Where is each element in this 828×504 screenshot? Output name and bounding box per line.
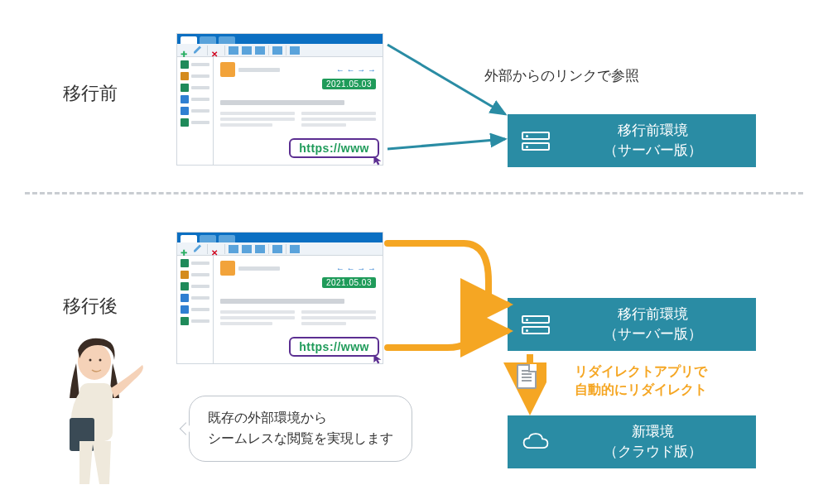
plus-icon [181,46,190,55]
app-mock-before: ← ← → → 2021.05.03 https://www [176,33,383,166]
avatar-icon [220,261,235,276]
external-link-note: 外部からのリンクで参照 [484,66,639,85]
date-badge: 2021.05.03 [322,277,376,288]
toolbar-icon [272,46,282,55]
edit-icon [194,244,204,254]
document-icon [517,364,537,389]
arrows-before [381,33,522,174]
env-subtitle: （クラウド版） [604,444,702,459]
toolbar-icon [290,46,300,55]
env-subtitle: （サーバー版） [604,326,702,342]
app-mock-after: ← ← → → 2021.05.03 https://www [176,232,383,364]
list-item [181,271,209,279]
list-item [181,294,209,302]
content-pane: ← ← → → 2021.05.03 https://www [214,256,383,363]
toolbar-icon [272,245,282,253]
toolbar-icon [255,245,265,253]
list-item [181,84,209,92]
env-title: 移行前環境 [618,306,688,322]
server-icon [521,127,551,154]
speech-bubble: 既存の外部環境から シームレスな閲覧を実現します [189,396,412,462]
server-icon [521,311,551,338]
env-title: 移行前環境 [618,122,688,138]
plus-icon [181,244,190,254]
toolbar-icon [229,245,238,253]
list-item [181,259,209,267]
date-badge: 2021.05.03 [322,79,376,89]
toolbar-icon [255,46,265,55]
list-item [181,317,209,325]
list-item [181,282,209,290]
diagram-canvas: 移行前 移行後 [0,0,828,504]
window-tabs [177,34,383,44]
nav-arrows-icon: ← ← → → [336,264,376,273]
toolbar-icon [229,46,238,55]
list-item [181,72,209,80]
redirect-note: リダイレクトアプリで自動的にリダイレクト [575,362,707,398]
env-box-before-server: 移行前環境（サーバー版） [508,114,756,167]
env-subtitle: （サーバー版） [604,142,702,158]
list-item [181,305,209,314]
svg-line-1 [388,139,505,149]
url-box: https://www [289,337,379,357]
list-item [181,95,209,103]
env-box-after-server: 移行前環境（サーバー版） [508,298,756,351]
list-item [181,107,209,115]
section-divider [25,192,803,194]
edit-icon [194,46,204,55]
sidebar [177,57,214,165]
url-box: https://www [289,138,379,158]
toolbar-icon [242,46,252,55]
svg-point-5 [89,359,92,362]
toolbar-icon [242,245,252,253]
list-item [181,118,209,127]
svg-point-6 [99,359,102,362]
app-toolbar [177,242,383,256]
cloud-icon [521,429,551,455]
avatar-icon [220,62,235,77]
app-toolbar [177,44,383,57]
section-label-before: 移行前 [63,81,118,106]
env-box-after-cloud: 新環境（クラウド版） [508,415,756,468]
content-pane: ← ← → → 2021.05.03 https://www [214,57,383,165]
toolbar-icon [290,245,300,253]
cursor-icon [373,155,384,166]
delete-icon [211,46,221,55]
window-tabs [177,233,383,242]
sidebar [177,256,214,363]
env-title: 新環境 [632,424,674,439]
section-label-after: 移行後 [63,294,118,319]
nav-arrows-icon: ← ← → → [336,65,376,74]
speech-line1: 既存の外部環境から [208,410,327,425]
speech-line2: シームレスな閲覧を実現します [208,431,393,445]
cursor-icon [373,353,384,365]
delete-icon [211,244,221,254]
list-item [181,60,209,69]
person-illustration [46,335,154,484]
